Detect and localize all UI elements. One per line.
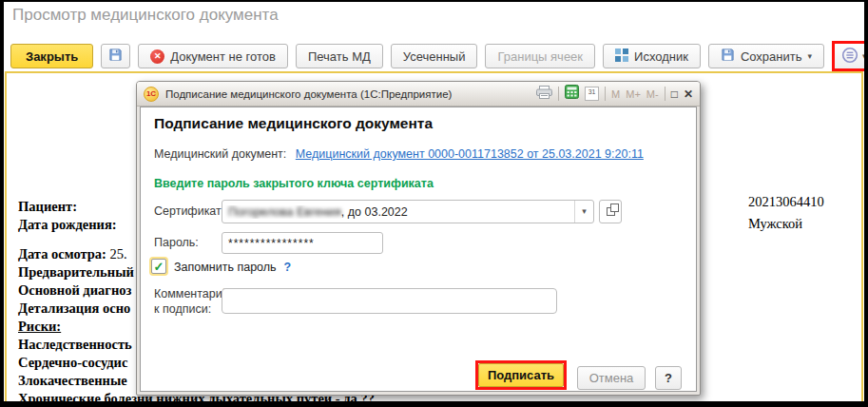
save-icon-button[interactable] (101, 44, 130, 68)
chevron-down-icon: ▾ (808, 52, 813, 61)
patient-gender: Мужской (748, 213, 824, 235)
medical-document-row: Медицинский документ: Медицинский докуме… (154, 147, 644, 161)
maximize-icon[interactable]: □ (671, 88, 678, 100)
memory-plus-button[interactable]: M+ (626, 88, 641, 100)
remember-password-label: Запомнить пароль (174, 261, 277, 274)
not-ready-icon: ✕ (150, 49, 164, 64)
password-prompt: Введите пароль закрытого ключа сертифика… (154, 177, 434, 190)
comment-input[interactable] (222, 288, 557, 314)
remember-password-row: Запомнить пароль? (174, 261, 291, 274)
print-md-button[interactable]: Печать МД (296, 44, 383, 68)
chevron-down-icon: ▾ (582, 207, 587, 216)
medical-document-link[interactable]: Медицинский документ 0000-0011713852 от … (296, 147, 644, 161)
open-icon (607, 207, 615, 216)
titlebar-icons: 31 M M+ M- □ ✕ (536, 85, 693, 103)
cancel-button[interactable]: Отмена (577, 366, 646, 390)
annotation-seal-highlight: ▾ (832, 41, 864, 71)
memory-minus-button[interactable]: M- (646, 88, 659, 100)
patient-code: 20213064410 (748, 191, 824, 213)
printer-icon[interactable] (536, 86, 552, 103)
truncated-button[interactable]: Усеченный (391, 44, 478, 68)
comment-label: Комментарий к подписи: (154, 286, 229, 317)
document-right-column: 20213064410 Мужской (748, 191, 824, 235)
main-window: Просмотр медицинского документа Закрыть … (4, 2, 864, 401)
chevron-down-icon: ▾ (862, 52, 864, 61)
certificate-dropdown[interactable]: ▾ (574, 201, 593, 223)
seal-button[interactable]: ▾ (835, 44, 864, 68)
close-button[interactable]: Закрыть (10, 44, 93, 68)
close-icon[interactable]: ✕ (684, 88, 693, 100)
seal-icon (841, 47, 858, 67)
memory-button[interactable]: M (611, 88, 620, 100)
dialog-body: Подписание медицинского документа Медици… (140, 107, 697, 392)
page-title: Просмотр медицинского документа (12, 6, 279, 25)
medical-document-label: Медицинский документ: (154, 147, 286, 161)
dialog-titlebar[interactable]: 1С Подписание медицинского документа (1С… (137, 82, 700, 107)
calendar-icon[interactable]: 31 (585, 87, 599, 101)
floppy-icon (108, 48, 123, 65)
check-icon: ✓ (154, 260, 164, 274)
source-button[interactable]: Исходник (603, 44, 701, 68)
dialog-title: Подписание медицинского документа (1С:Пр… (165, 88, 452, 100)
document-not-ready-button[interactable]: ✕ Документ не готов (138, 44, 288, 68)
annotation-sign-highlight: Подписать (475, 360, 567, 390)
password-label: Пароль: (154, 236, 199, 249)
cell-borders-button[interactable]: Границы ячеек (485, 44, 595, 68)
certificate-label: Сертификат: (154, 204, 224, 218)
calculator-icon[interactable] (565, 85, 579, 103)
help-button[interactable]: ? (655, 366, 682, 390)
sign-button[interactable]: Подписать (478, 363, 564, 387)
sign-dialog: 1С Подписание медицинского документа (1С… (136, 81, 701, 396)
1c-logo-icon: 1С (144, 87, 159, 102)
floppy-icon (721, 48, 735, 65)
certificate-expiry: , до 03.2022 (341, 205, 408, 219)
divider (605, 87, 606, 101)
toolbar: Закрыть ✕ Документ не готов Печать МД Ус… (10, 43, 864, 69)
certificate-open-button[interactable] (599, 200, 622, 223)
dialog-header: Подписание медицинского документа (154, 115, 433, 132)
certificate-select[interactable]: Погорелова Евгения, до 03.2022 ▾ (222, 200, 594, 223)
divider (558, 87, 559, 101)
remember-password-checkbox[interactable]: ✓ (151, 259, 166, 274)
remember-help-link[interactable]: ? (284, 261, 292, 274)
certificate-name: Погорелова Евгения (228, 205, 341, 219)
grid-icon (615, 48, 628, 65)
password-input[interactable] (222, 232, 383, 254)
save-dropdown-button[interactable]: Сохранить ▾ (708, 44, 824, 68)
divider (665, 87, 665, 101)
